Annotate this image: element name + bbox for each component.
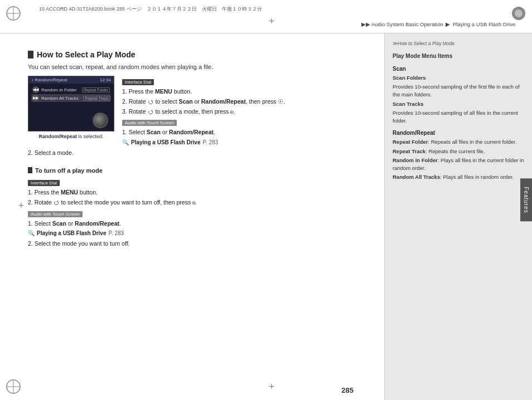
sidebar-breadcrumb: ≫How to Select a Play Mode [393, 40, 524, 47]
link-page-1: P. 283 [203, 138, 219, 147]
sub-touch-step-1: 1. Select Scan or Random/Repeat. [28, 219, 370, 228]
breadcrumb-separator: ▶ [446, 21, 450, 27]
heading-marker [28, 51, 33, 58]
sub-dial-step-2: 2. Rotate ⭯ to select the mode you want … [28, 198, 370, 207]
knob [93, 113, 108, 128]
sidebar-repeat-folder: Repeat Folder: Repeats all files in the … [393, 138, 524, 146]
sub-touch-instructions: 1. Select Scan or Random/Repeat. 🔍 Playi… [28, 219, 370, 249]
screen-row-2: ▶▶ Random All Tracks Repeat Track [31, 94, 111, 102]
sidebar-random-all: Random All Tracks: Plays all files in ra… [393, 173, 524, 181]
link-text-1: Playing a USB Flash Drive [131, 138, 201, 147]
sidebar-scan-folders-term: Scan Folders [393, 75, 426, 81]
sidebar-random-repeat-term: Random/Repeat [393, 129, 524, 137]
screen-body: ◀◀ Random in Folder Repeat Folder ▶▶ Ran… [28, 84, 114, 105]
screen-header: ♪ Random/Repeat 12:34 [28, 76, 114, 84]
print-info: 15 ACCORD 4D-31T2A6200.book 285 ページ ２０１４… [39, 6, 262, 13]
screen-row-2-tag: Repeat Track [83, 96, 110, 101]
audio-touch-tag: Audio with Touch Screen [122, 120, 177, 126]
screen-caption-strong: Random/Repeat [38, 134, 77, 139]
main-content: How to Select a Play Mode You can select… [0, 33, 532, 400]
features-tab: Features [520, 178, 532, 221]
touch-step-2: 2. Select a mode. [28, 148, 370, 158]
breadcrumb-prefix: ▶▶ [361, 21, 370, 27]
sidebar-scan-tracks-term: Scan Tracks [393, 101, 423, 107]
sidebar-random-folder-term: Random in Folder [393, 157, 438, 163]
screen-row-1-text: Random in Folder [41, 87, 77, 92]
link-arrow-1: 🔍 [122, 138, 129, 147]
content-block: ♪ Random/Repeat 12:34 ◀◀ Random in Folde… [28, 76, 370, 158]
link-text-2: Playing a USB Flash Drive [37, 229, 107, 238]
next-icon: ▶▶ [32, 95, 39, 101]
sub-audio-touch-tag: Audio with Touch Screen [28, 211, 83, 217]
breadcrumb: ▶▶ Audio System Basic Operation ▶ Playin… [361, 21, 515, 27]
sidebar-random-all-def: Plays all files in random order. [443, 174, 514, 180]
left-panel: How to Select a Play Mode You can select… [0, 33, 384, 400]
sidebar-section-title: Play Mode Menu Items [393, 52, 524, 60]
sub-dial-step-1: 1. Press the MENU button. [28, 188, 370, 197]
sidebar-repeat-track-def: Repeats the current file. [428, 148, 485, 154]
sub-interface-dial-tag: Interface Dial [28, 180, 60, 186]
sidebar-scan-folders-def: Provides 10-second sampling of the first… [393, 83, 524, 99]
section-subtitle: You can select scan, repeat, and random … [28, 64, 370, 70]
sidebar-random-all-term: Random All Tracks [393, 174, 440, 180]
screen-header-right: 12:34 [100, 77, 111, 82]
screen-caption: Random/Repeat is selected. [28, 134, 114, 139]
sub-touch-link-ref: 🔍 Playing a USB Flash Drive P. 283 [28, 229, 370, 238]
sub-dial-instructions: 1. Press the MENU button. 2. Rotate ⭯ to… [28, 188, 370, 207]
screen-header-left: ♪ Random/Repeat [31, 77, 67, 82]
sidebar-repeat-folder-def: Repeats all files in the current folder. [431, 139, 517, 145]
interface-dial-tag: Interface Dial [122, 79, 154, 85]
main-section-heading: How to Select a Play Mode [28, 50, 370, 59]
page-number: 285 [341, 386, 354, 394]
sub-heading-marker [28, 167, 32, 173]
prev-icon: ◀◀ [32, 86, 39, 93]
sub-section-heading: To turn off a play mode [28, 167, 370, 174]
sidebar-repeat-folder-term: Repeat Folder [393, 139, 428, 145]
sidebar-repeat-track: Repeat Track: Repeats the current file. [393, 148, 524, 155]
sidebar-scan-tracks: Scan Tracks [393, 100, 524, 108]
screen-row-1: ◀◀ Random in Folder Repeat Folder [31, 86, 111, 94]
sidebar-repeat-track-term: Repeat Track [393, 148, 425, 154]
page-header: 15 ACCORD 4D-31T2A6200.book 285 ページ ２０１４… [0, 0, 532, 33]
right-sidebar: ≫How to Select a Play Mode Play Mode Men… [384, 33, 532, 400]
breadcrumb-part1: Audio System Basic Operation [371, 21, 443, 27]
link-arrow-2: 🔍 [28, 229, 35, 238]
touch-link-ref: 🔍 Playing a USB Flash Drive P. 283 [122, 138, 370, 147]
screen-container: ♪ Random/Repeat 12:34 ◀◀ Random in Folde… [28, 76, 114, 139]
screen-row-2-text: Random All Tracks [41, 96, 79, 101]
sidebar-scan-term: Scan [393, 65, 524, 73]
breadcrumb-part2: Playing a USB Flash Drive [453, 21, 515, 27]
sub-touch-step-2: 2. Select the mode you want to turn off. [28, 239, 370, 248]
screen-mock: ♪ Random/Repeat 12:34 ◀◀ Random in Folde… [28, 76, 114, 131]
sub-heading-text: To turn off a play mode [35, 167, 103, 174]
sub-section: To turn off a play mode Interface Dial 1… [28, 167, 370, 248]
link-page-2: P. 283 [109, 229, 124, 238]
sidebar-scan-tracks-def: Provides 10-second sampling of all files… [393, 109, 524, 125]
sidebar-scan-folders: Scan Folders [393, 74, 524, 82]
screen-row-1-tag: Repeat Folder [82, 87, 110, 92]
section-title: How to Select a Play Mode [37, 50, 136, 59]
sidebar-random-folder: Random in Folder: Plays all files in the… [393, 157, 524, 173]
